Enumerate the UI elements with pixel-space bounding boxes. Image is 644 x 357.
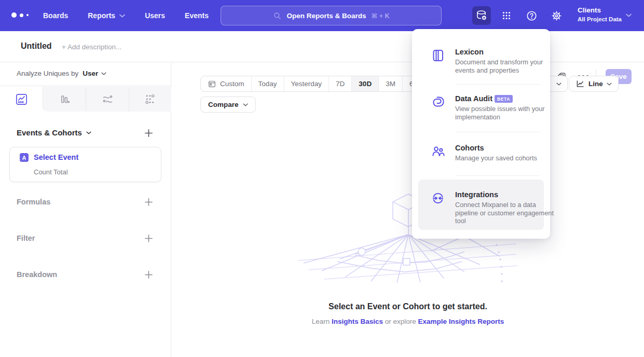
chevron-down-icon [243,103,248,106]
dot-grid-chart-icon [144,93,157,106]
menu-item-description: Connect Mixpanel to a data pipeline or c… [455,201,554,225]
events-cohorts-label: Events & Cohorts [17,128,82,137]
cohorts-people-icon [431,145,445,158]
nav-item-label: Events [185,11,209,20]
compare-label: Compare [208,101,239,108]
mixpanel-insights-app: Boards Reports Users Events Open Reports… [0,0,644,357]
chart-type-dropdown[interactable]: Line [569,76,619,92]
chevron-down-icon [607,83,612,86]
settings-gear-icon[interactable] [547,6,566,25]
gear-icon [551,10,563,22]
add-formula-button[interactable] [144,197,153,207]
chevron-down-icon[interactable] [626,13,632,17]
date-range-3m[interactable]: 3M [379,76,403,91]
chart-type-tabs [0,86,171,111]
tab-line-chart[interactable] [0,87,43,112]
database-gear-icon [475,9,488,22]
date-range-30d-selected[interactable]: 30D [352,76,379,91]
nav-item-users[interactable]: Users [145,11,165,20]
add-filter-button[interactable] [144,234,153,243]
event-letter-badge: A [20,153,29,162]
logo-dot [11,12,17,18]
tab-table-chart[interactable] [129,87,171,112]
menu-item-description: View possible issues with your implement… [455,105,561,121]
add-description-field[interactable]: + Add description... [62,43,121,51]
menu-divider [455,132,540,132]
data-management-icon[interactable] [472,6,491,25]
date-range-custom[interactable]: Custom [201,76,252,91]
nav-item-events[interactable]: Events [185,11,209,20]
account-project: All Project Data [578,15,622,23]
menu-item-title: Data Audit [455,94,492,103]
date-range-label: Yesterday [291,80,322,88]
menu-item-integrations[interactable]: Integrations Connect Mixpanel to a data … [412,190,550,235]
plus-icon [144,270,153,279]
nav-item-reports[interactable]: Reports [88,11,125,20]
search-shortcut: ⌘ + K [372,12,390,20]
explore-text: or explore [385,318,416,325]
date-range-label: Custom [220,80,244,88]
date-range-label: 30D [359,80,372,88]
menu-item-title: Lexicon [455,48,484,56]
apps-grid-icon[interactable] [497,6,516,25]
date-range-label: Today [258,80,277,88]
line-chart-icon [15,93,28,106]
integrations-sync-icon [431,191,445,205]
date-range-control: Custom Today Yesterday 7D 30D 3M 6M [200,76,427,92]
logo-dot [20,13,23,17]
menu-item-title: Integrations [455,190,498,199]
data-management-dropdown-panel: Lexicon Document and transform your even… [412,29,550,239]
nav-item-label: Boards [43,11,68,20]
top-navigation-bar: Boards Reports Users Events Open Reports… [0,0,644,31]
tab-flow-chart[interactable] [86,87,129,112]
example-insights-reports-link[interactable]: Example Insights Reports [418,318,504,325]
date-range-yesterday[interactable]: Yesterday [284,76,330,91]
grid-dots-icon [501,10,512,21]
plus-icon [144,234,153,243]
select-event-card[interactable]: A Select Event Count Total [9,147,161,182]
count-total-selector[interactable]: Count Total [34,168,68,176]
select-event-label[interactable]: Select Event [34,153,78,161]
menu-item-description: Manage your saved cohorts [455,154,559,162]
mixpanel-logo[interactable] [11,12,29,18]
menu-item-data-audit[interactable]: Data Audit BETA View possible issues wit… [412,94,550,131]
menu-item-cohorts[interactable]: Cohorts Manage your saved cohorts [412,144,550,170]
nav-links: Boards Reports Users Events [43,0,209,31]
tab-bar-chart[interactable] [43,87,86,112]
menu-item-title: Cohorts [455,144,484,152]
beta-badge: BETA [495,95,513,103]
date-range-label: 7D [336,80,345,88]
report-title[interactable]: Untitled [21,42,52,51]
breakdown-section-label: Breakdown [17,270,57,279]
add-event-button[interactable] [144,128,153,138]
help-icon[interactable] [522,6,541,25]
menu-item-lexicon[interactable]: Lexicon Document and transform your even… [412,48,550,84]
lexicon-book-icon [431,49,445,62]
data-audit-icon [431,95,445,109]
compare-dropdown[interactable]: Compare [200,97,256,113]
query-builder-sidebar: Analyze Uniques by User [0,63,171,357]
line-chart-icon [576,79,585,89]
nav-item-label: Reports [88,11,115,20]
empty-state-title: Select an Event or Cohort to get started… [172,302,644,311]
nav-item-label: Users [145,11,165,20]
chevron-down-icon [101,72,106,75]
add-breakdown-button[interactable] [144,270,153,279]
chevron-down-icon [119,14,125,18]
menu-item-description: Document and transform your events and p… [455,58,547,74]
chart-type-label: Line [588,80,603,88]
analyze-uniques-dropdown[interactable]: Analyze Uniques by User [17,70,106,77]
nav-item-boards[interactable]: Boards [43,11,68,20]
account-switcher[interactable]: Clients All Project Data [578,6,622,23]
menu-divider [455,175,540,176]
global-search-input[interactable]: Open Reports & Boards ⌘ + K [221,6,442,25]
analyze-label: Analyze Uniques by [17,70,78,77]
events-cohorts-header[interactable]: Events & Cohorts [17,128,91,137]
formulas-section-label: Formulas [17,198,50,206]
menu-divider [455,84,540,85]
date-range-7d[interactable]: 7D [329,76,352,91]
chevron-down-icon [86,131,91,134]
insights-basics-link[interactable]: Insights Basics [332,318,383,325]
calendar-icon [208,79,216,88]
date-range-today[interactable]: Today [252,76,284,91]
